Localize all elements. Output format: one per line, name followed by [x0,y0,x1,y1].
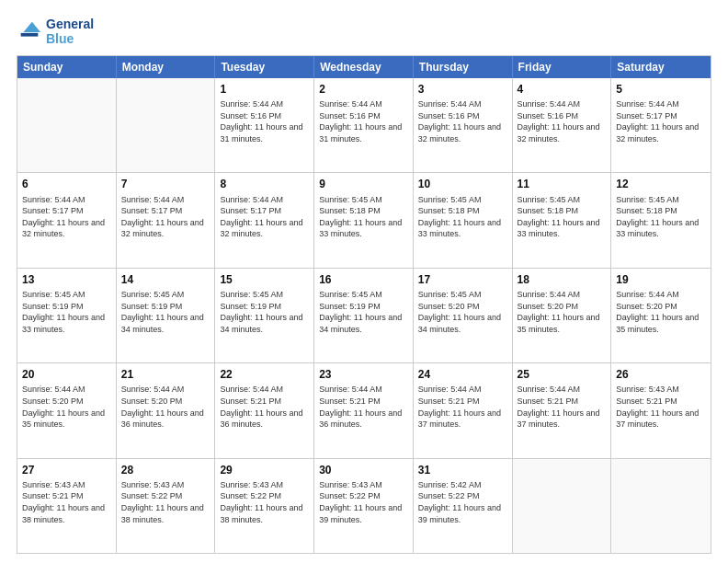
calendar-cell: 13Sunrise: 5:45 AM Sunset: 5:19 PM Dayli… [17,269,117,362]
cell-info: Sunrise: 5:44 AM Sunset: 5:17 PM Dayligh… [220,194,309,240]
cell-info: Sunrise: 5:43 AM Sunset: 5:21 PM Dayligh… [22,479,111,525]
calendar-cell: 20Sunrise: 5:44 AM Sunset: 5:20 PM Dayli… [17,363,117,457]
day-number: 28 [121,463,210,477]
cell-info: Sunrise: 5:45 AM Sunset: 5:20 PM Dayligh… [418,289,507,335]
svg-rect-1 [21,33,39,37]
calendar-cell: 1Sunrise: 5:44 AM Sunset: 5:16 PM Daylig… [215,78,314,172]
calendar-cell: 8Sunrise: 5:44 AM Sunset: 5:17 PM Daylig… [215,173,314,267]
day-number: 30 [319,463,408,477]
calendar-cell: 7Sunrise: 5:44 AM Sunset: 5:17 PM Daylig… [117,173,216,267]
day-number: 2 [319,82,408,97]
calendar-cell: 4Sunrise: 5:44 AM Sunset: 5:16 PM Daylig… [513,78,612,172]
cell-info: Sunrise: 5:44 AM Sunset: 5:17 PM Dayligh… [22,194,111,240]
cell-info: Sunrise: 5:44 AM Sunset: 5:17 PM Dayligh… [121,194,210,240]
day-number: 11 [518,177,607,191]
calendar-cell: 6Sunrise: 5:44 AM Sunset: 5:17 PM Daylig… [17,173,117,267]
day-number: 24 [418,367,507,382]
cell-info: Sunrise: 5:44 AM Sunset: 5:16 PM Dayligh… [319,98,408,144]
cell-info: Sunrise: 5:44 AM Sunset: 5:20 PM Dayligh… [616,289,706,335]
page: General Blue SundayMondayTuesdayWednesda… [0,0,728,563]
calendar-row: 20Sunrise: 5:44 AM Sunset: 5:20 PM Dayli… [17,362,711,457]
calendar-row: 1Sunrise: 5:44 AM Sunset: 5:16 PM Daylig… [17,78,711,172]
day-number: 8 [220,177,309,191]
calendar-cell: 14Sunrise: 5:45 AM Sunset: 5:19 PM Dayli… [117,269,216,362]
cell-info: Sunrise: 5:44 AM Sunset: 5:20 PM Dayligh… [121,384,210,430]
cell-info: Sunrise: 5:45 AM Sunset: 5:19 PM Dayligh… [22,289,111,335]
cell-info: Sunrise: 5:44 AM Sunset: 5:21 PM Dayligh… [220,384,309,430]
calendar-cell: 16Sunrise: 5:45 AM Sunset: 5:19 PM Dayli… [314,269,414,362]
cell-info: Sunrise: 5:45 AM Sunset: 5:19 PM Dayligh… [220,289,309,335]
calendar-cell: 27Sunrise: 5:43 AM Sunset: 5:21 PM Dayli… [17,459,117,553]
day-number: 3 [418,82,507,97]
cell-info: Sunrise: 5:44 AM Sunset: 5:16 PM Dayligh… [418,98,507,144]
logo-text: General Blue [46,17,94,46]
day-number: 19 [616,272,706,287]
cell-info: Sunrise: 5:45 AM Sunset: 5:19 PM Dayligh… [319,289,408,335]
cell-info: Sunrise: 5:43 AM Sunset: 5:21 PM Dayligh… [616,384,706,430]
day-number: 29 [220,463,309,477]
calendar-header-cell: Thursday [414,56,513,78]
calendar-cell: 26Sunrise: 5:43 AM Sunset: 5:21 PM Dayli… [611,363,711,457]
day-number: 4 [518,82,607,97]
day-number: 14 [121,272,210,287]
calendar-cell: 17Sunrise: 5:45 AM Sunset: 5:20 PM Dayli… [414,269,513,362]
calendar-cell: 29Sunrise: 5:43 AM Sunset: 5:22 PM Dayli… [215,459,314,553]
calendar-header-cell: Tuesday [215,56,314,78]
calendar-cell: 3Sunrise: 5:44 AM Sunset: 5:16 PM Daylig… [414,78,513,172]
calendar-row: 27Sunrise: 5:43 AM Sunset: 5:21 PM Dayli… [17,458,711,553]
day-number: 25 [518,367,607,382]
calendar-cell: 22Sunrise: 5:44 AM Sunset: 5:21 PM Dayli… [215,363,314,457]
cell-info: Sunrise: 5:44 AM Sunset: 5:21 PM Dayligh… [418,384,507,430]
day-number: 20 [22,367,111,382]
calendar-cell [611,459,711,553]
calendar-cell: 24Sunrise: 5:44 AM Sunset: 5:21 PM Dayli… [414,363,513,457]
cell-info: Sunrise: 5:42 AM Sunset: 5:22 PM Dayligh… [418,479,507,525]
calendar-cell: 9Sunrise: 5:45 AM Sunset: 5:18 PM Daylig… [314,173,414,267]
day-number: 13 [22,272,111,287]
calendar-cell: 19Sunrise: 5:44 AM Sunset: 5:20 PM Dayli… [611,269,711,362]
day-number: 9 [319,177,408,191]
cell-info: Sunrise: 5:44 AM Sunset: 5:16 PM Dayligh… [518,98,607,144]
logo-icon [17,18,42,44]
cell-info: Sunrise: 5:44 AM Sunset: 5:20 PM Dayligh… [518,289,607,335]
day-number: 7 [121,177,210,191]
cell-info: Sunrise: 5:43 AM Sunset: 5:22 PM Dayligh… [319,479,408,525]
calendar-cell: 23Sunrise: 5:44 AM Sunset: 5:21 PM Dayli… [314,363,414,457]
cell-info: Sunrise: 5:45 AM Sunset: 5:18 PM Dayligh… [319,194,408,240]
calendar-cell: 21Sunrise: 5:44 AM Sunset: 5:20 PM Dayli… [117,363,216,457]
calendar-row: 6Sunrise: 5:44 AM Sunset: 5:17 PM Daylig… [17,172,711,267]
cell-info: Sunrise: 5:44 AM Sunset: 5:16 PM Dayligh… [220,98,309,144]
calendar-header-cell: Saturday [611,56,711,78]
day-number: 31 [418,463,507,477]
calendar-cell [513,459,612,553]
svg-marker-0 [23,22,40,32]
day-number: 26 [616,367,706,382]
cell-info: Sunrise: 5:43 AM Sunset: 5:22 PM Dayligh… [220,479,309,525]
calendar-cell: 11Sunrise: 5:45 AM Sunset: 5:18 PM Dayli… [513,173,612,267]
day-number: 6 [22,177,111,191]
logo: General Blue [17,17,94,46]
calendar-cell: 2Sunrise: 5:44 AM Sunset: 5:16 PM Daylig… [314,78,414,172]
cell-info: Sunrise: 5:44 AM Sunset: 5:17 PM Dayligh… [616,98,706,144]
day-number: 21 [121,367,210,382]
calendar-header-cell: Sunday [17,56,117,78]
calendar-cell: 28Sunrise: 5:43 AM Sunset: 5:22 PM Dayli… [117,459,216,553]
calendar-header-cell: Friday [513,56,612,78]
day-number: 18 [518,272,607,287]
calendar-header-cell: Wednesday [314,56,414,78]
calendar: SundayMondayTuesdayWednesdayThursdayFrid… [17,55,711,554]
calendar-cell: 15Sunrise: 5:45 AM Sunset: 5:19 PM Dayli… [215,269,314,362]
calendar-body: 1Sunrise: 5:44 AM Sunset: 5:16 PM Daylig… [17,78,711,553]
cell-info: Sunrise: 5:44 AM Sunset: 5:20 PM Dayligh… [22,384,111,430]
calendar-row: 13Sunrise: 5:45 AM Sunset: 5:19 PM Dayli… [17,268,711,362]
calendar-cell: 10Sunrise: 5:45 AM Sunset: 5:18 PM Dayli… [414,173,513,267]
day-number: 1 [220,82,309,97]
cell-info: Sunrise: 5:44 AM Sunset: 5:21 PM Dayligh… [319,384,408,430]
day-number: 12 [616,177,706,191]
calendar-header-cell: Monday [117,56,216,78]
day-number: 5 [616,82,706,97]
day-number: 22 [220,367,309,382]
cell-info: Sunrise: 5:45 AM Sunset: 5:18 PM Dayligh… [616,194,706,240]
calendar-cell: 18Sunrise: 5:44 AM Sunset: 5:20 PM Dayli… [513,269,612,362]
calendar-cell [117,78,216,172]
